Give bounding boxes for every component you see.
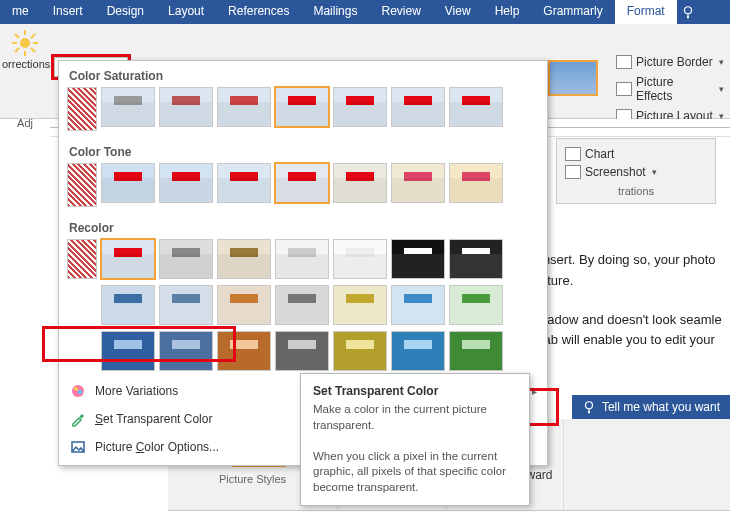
sub-tell-me[interactable]: Tell me what you want: [572, 395, 730, 419]
recolor-thumb[interactable]: [275, 285, 329, 325]
sub-tell-me-label: Tell me what you want: [602, 400, 720, 414]
picture-style-selected[interactable]: [548, 60, 598, 96]
tone-thumb[interactable]: [333, 163, 387, 203]
recolor-row: [59, 239, 547, 285]
svg-line-8: [31, 48, 35, 52]
tooltip-line: Make a color in the current picture tran…: [313, 403, 487, 431]
palette-icon: [69, 383, 87, 399]
submenu-arrow-icon: ▸: [532, 386, 537, 397]
border-icon: [616, 55, 632, 69]
svg-point-13: [78, 390, 82, 394]
saturation-thumb[interactable]: [449, 87, 503, 127]
ribbon-tabstrip: me Insert Design Layout References Maili…: [0, 0, 730, 24]
tab-format[interactable]: Format: [615, 0, 677, 24]
tooltip-body: Make a color in the current picture tran…: [313, 402, 517, 495]
tab-mailings[interactable]: Mailings: [301, 0, 369, 24]
svg-point-15: [585, 402, 592, 409]
effects-icon: [616, 82, 632, 96]
saturation-section-title: Color Saturation: [59, 61, 547, 87]
svg-point-11: [72, 385, 84, 397]
tab-layout[interactable]: Layout: [156, 0, 216, 24]
tone-thumb[interactable]: [159, 163, 213, 203]
doc-line: hadow and doesn't look seamle: [540, 312, 722, 327]
recolor-thumb[interactable]: [159, 285, 213, 325]
chart-icon: [565, 147, 581, 161]
picture-format-group: Picture Border▾ Picture Effects▾ Picture…: [610, 52, 730, 126]
recolor-thumb[interactable]: [217, 239, 271, 279]
recolor-thumb[interactable]: [449, 285, 503, 325]
tell-me-icon[interactable]: [677, 0, 699, 24]
recolor-thumb[interactable]: [159, 239, 213, 279]
saturation-thumb[interactable]: [159, 87, 213, 127]
illustrations-group-label: trations: [565, 185, 707, 197]
saturation-thumb[interactable]: [333, 87, 387, 127]
picture-border-button[interactable]: Picture Border▾: [610, 52, 730, 72]
recolor-thumb[interactable]: [275, 331, 329, 371]
svg-point-1: [687, 17, 688, 18]
screenshot-icon: [565, 165, 581, 179]
adjust-group-label: Adj: [0, 117, 50, 129]
tab-grammarly[interactable]: Grammarly: [531, 0, 614, 24]
saturation-preset-icon[interactable]: [67, 87, 97, 131]
saturation-thumb[interactable]: [275, 87, 329, 127]
recolor-thumb[interactable]: [391, 331, 445, 371]
set-transparent-label: SSet Transparent Coloret Transparent Col…: [95, 412, 212, 426]
doc-line: tab will enable you to edit your: [540, 332, 715, 347]
svg-line-10: [15, 48, 19, 52]
saturation-thumb[interactable]: [101, 87, 155, 127]
tone-thumb[interactable]: [275, 163, 329, 203]
recolor-thumb[interactable]: [101, 239, 155, 279]
recolor-section-title: Recolor: [59, 213, 547, 239]
corrections-button[interactable]: orrections: [0, 24, 50, 119]
document-body: insert. By doing so, your photoature. ha…: [540, 250, 730, 369]
saturation-thumb[interactable]: [217, 87, 271, 127]
recolor-thumb[interactable]: [333, 285, 387, 325]
recolor-row-3: [59, 331, 547, 377]
picture-color-options-label: Picture Color Options...: [95, 440, 219, 454]
recolor-thumb[interactable]: [449, 239, 503, 279]
recolor-thumb[interactable]: [449, 331, 503, 371]
tab-help[interactable]: Help: [483, 0, 532, 24]
tooltip-set-transparent: Set Transparent Color Make a color in th…: [300, 373, 530, 506]
tab-view[interactable]: View: [433, 0, 483, 24]
sub-tab-format[interactable]: [546, 395, 572, 419]
recolor-thumb[interactable]: [159, 331, 213, 371]
recolor-thumb[interactable]: [333, 331, 387, 371]
svg-point-0: [684, 7, 691, 14]
svg-point-12: [74, 387, 78, 391]
eyedropper-icon: [69, 411, 87, 427]
tone-section-title: Color Tone: [59, 137, 547, 163]
tab-insert[interactable]: Insert: [41, 0, 95, 24]
tab-references[interactable]: References: [216, 0, 301, 24]
picture-border-label: Picture Border: [636, 55, 713, 69]
tab-review[interactable]: Review: [369, 0, 432, 24]
tone-thumb[interactable]: [217, 163, 271, 203]
recolor-thumb[interactable]: [391, 239, 445, 279]
picture-effects-button[interactable]: Picture Effects▾: [610, 72, 730, 106]
recolor-thumb[interactable]: [333, 239, 387, 279]
svg-point-2: [20, 38, 30, 48]
screenshot-label: Screenshot: [585, 165, 646, 179]
doc-line: insert. By doing so, your photo: [540, 252, 716, 267]
illustrations-group: Chart Screenshot▾ trations: [556, 138, 716, 204]
brightness-icon: [5, 30, 45, 56]
tone-thumb[interactable]: [449, 163, 503, 203]
tab-home[interactable]: me: [0, 0, 41, 24]
recolor-thumb[interactable]: [275, 239, 329, 279]
recolor-thumb[interactable]: [217, 285, 271, 325]
saturation-thumb[interactable]: [391, 87, 445, 127]
recolor-thumb[interactable]: [101, 285, 155, 325]
tone-preset-icon[interactable]: [67, 163, 97, 207]
screenshot-button[interactable]: Screenshot▾: [565, 163, 707, 181]
tone-row: [59, 163, 547, 213]
tone-thumb[interactable]: [101, 163, 155, 203]
tab-design[interactable]: Design: [95, 0, 156, 24]
corrections-label: orrections: [2, 58, 48, 70]
recolor-thumb[interactable]: [217, 331, 271, 371]
recolor-thumb[interactable]: [101, 331, 155, 371]
recolor-preset-icon[interactable]: [67, 239, 97, 279]
svg-point-16: [588, 412, 589, 413]
tone-thumb[interactable]: [391, 163, 445, 203]
chart-button[interactable]: Chart: [565, 145, 707, 163]
recolor-thumb[interactable]: [391, 285, 445, 325]
